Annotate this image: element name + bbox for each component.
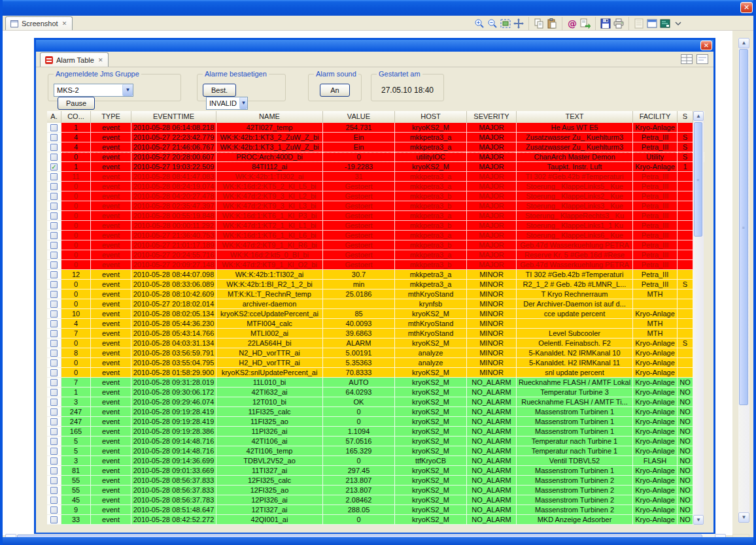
table-scroll-down-icon[interactable]: ▼ [693,515,704,525]
column-header-severity[interactable]: SEVERITY [467,111,517,123]
ack-checkbox[interactable] [50,183,58,190]
alarm-row[interactable]: 4event2010-05-28 05:44:36.230MTFI004_cal… [47,319,704,329]
column-header-count[interactable]: CO... [61,111,91,123]
email-icon[interactable]: @ [566,18,579,29]
ack-checkbox[interactable] [50,506,58,514]
alarm-row[interactable]: 1event2010-05-28 06:14:08.21842TI027_tem… [47,123,704,133]
alarm-row[interactable]: 55event2010-05-28 08:56:37.83312FI325_ca… [47,476,704,486]
ack-checkbox[interactable] [50,134,58,141]
alarm-row[interactable]: 0event2010-05-28 08:33:06.089WK:K:42b:1:… [47,280,704,289]
outer-vertical-thumb[interactable]: ≡ [739,49,748,405]
alarm-row[interactable]: 0event2010-05-28 04:03:31.13422LA564H_bi… [47,339,704,348]
tab-alarm-table-close-icon[interactable]: ✕ [97,57,104,63]
alarm-row[interactable]: 8event2010-05-28 03:56:59.791N2_HD_vorTT… [47,348,704,358]
view-close-button[interactable]: ✕ [700,41,712,50]
alarm-row[interactable]: ✓1event2010-05-27 19:03:22.50984TI112_ai… [47,162,704,172]
alarm-row[interactable]: 165event2010-05-28 09:19:28.38611PI326_a… [47,427,704,437]
alarm-row[interactable]: 11event2010-05-28 08:41:47.083WK:K:42b:1… [47,172,704,182]
column-header-text[interactable]: TEXT [517,111,633,123]
ack-checkbox[interactable] [50,261,58,269]
console-icon[interactable] [659,18,672,29]
table-scrollbar[interactable]: ▲ ≡ ▼ [693,111,704,525]
ack-checkbox[interactable] [50,477,58,484]
copy-icon[interactable] [532,18,545,29]
ack-checkbox[interactable] [50,359,58,367]
column-header-value[interactable]: VALUE [323,111,395,123]
ack-checkbox[interactable] [50,408,58,416]
ack-checkbox[interactable] [50,193,58,200]
alarm-row[interactable]: 7event2010-05-28 09:31:28.01911L010_biAU… [47,378,704,388]
ack-checkbox[interactable] [50,418,58,425]
severity-combo-arrow-icon[interactable]: ▼ [239,97,247,109]
zoom-out-icon[interactable] [486,18,499,29]
ack-checkbox[interactable] [50,252,58,259]
alarm-row[interactable]: 0event2010-05-28 00:55:19.848WK:K:16d:1:… [47,211,704,221]
print-icon[interactable] [612,18,625,29]
form-icon[interactable] [632,18,645,29]
ack-checkbox[interactable] [50,438,58,445]
alarm-row[interactable]: 55event2010-05-28 08:56:37.83312FI325_ao… [47,486,704,495]
tab-screenshot[interactable]: Screenshot ✕ [5,16,73,30]
alarm-row[interactable]: 5event2010-05-28 09:14:48.71642TI106_tem… [47,446,704,456]
tab-alarm-table[interactable]: Alarm Table ✕ [40,52,109,67]
view-titlebar[interactable]: ✕ [36,40,713,52]
alarm-row[interactable]: 5event2010-05-28 09:14:48.71642TI106_ai5… [47,437,704,446]
list-view-icon[interactable] [696,54,708,64]
ack-checkbox[interactable] [50,369,58,376]
ack-checkbox-checked[interactable]: ✓ [50,163,58,171]
export-icon[interactable] [579,18,592,29]
alarm-row[interactable]: 0event2010-05-27 20:28:00.607PROC:Arch:4… [47,152,704,162]
ack-checkbox[interactable] [50,124,58,131]
alarm-row[interactable]: 0event2010-05-28 01:58:29.900kryoKS2:snl… [47,368,704,378]
column-header-eventtime[interactable]: EVENTTIME [131,111,216,123]
ack-checkbox[interactable] [50,291,58,298]
alarm-row[interactable]: 0event2010-05-27 20:24:55.716WK:K:16d:2:… [47,250,704,260]
table-view-icon[interactable] [681,54,693,64]
fit-image-icon[interactable] [499,18,512,29]
table-scroll-up-icon[interactable]: ▲ [693,111,704,121]
pan-icon[interactable] [512,18,525,29]
alarm-row[interactable]: 4event2010-05-27 21:46:06.767WK:K:42b:1:… [47,142,704,152]
column-header-facility[interactable]: FACILITY [633,111,678,123]
outer-scroll-down-icon[interactable]: ▼ [738,512,749,523]
ack-checkbox[interactable] [50,281,58,288]
menu-chevron-icon[interactable] [672,18,685,29]
ack-checkbox[interactable] [50,428,58,435]
alarm-row[interactable]: 7event2010-05-28 05:43:14.766MTLI002_ai3… [47,329,704,339]
pause-button[interactable]: Pause [58,97,95,110]
ack-checkbox[interactable] [50,448,58,455]
ack-checkbox[interactable] [50,173,58,180]
alarm-row[interactable]: 33event2010-05-28 08:42:52.27242QI001_ai… [47,515,704,525]
jms-combo-arrow-icon[interactable]: ▼ [122,84,133,96]
ack-checkbox[interactable] [50,399,58,406]
alarm-row[interactable]: 0event2010-05-28 02:35:47.397WK:K:47d:2:… [47,201,704,211]
ack-checkbox[interactable] [50,212,58,220]
ack-checkbox[interactable] [50,154,58,161]
alarm-row[interactable]: 12event2010-05-28 08:44:07.098WK:K:42b:1… [47,270,704,280]
alarm-row[interactable]: 0event2010-05-28 08:10:42.609MT:K:KL:T_R… [47,289,704,299]
ack-checkbox[interactable] [50,457,58,465]
jms-group-combo[interactable]: MKS-2 ▼ [54,84,133,97]
ack-checkbox[interactable] [50,222,58,229]
ack-checkbox[interactable] [50,301,58,308]
column-header-ack[interactable]: A. [47,111,61,123]
alarm-sound-button[interactable]: An [320,84,350,97]
ack-checkbox[interactable] [50,379,58,386]
window-titlebar[interactable]: ✕ [0,0,756,16]
alarm-row[interactable]: 9event2010-05-28 08:51:48.64712TI327_ai2… [47,505,704,515]
alarm-row[interactable]: 81event2010-05-28 09:01:33.66911TI327_ai… [47,466,704,476]
alarm-row[interactable]: 0event2010-05-27 20:18:02.014archiver-da… [47,299,704,309]
alarm-row[interactable]: 0event2010-05-28 00:00:11.292WK:K:47d:1:… [47,221,704,231]
tab-screenshot-close-icon[interactable]: ✕ [61,20,68,27]
paste-icon[interactable] [545,18,558,29]
column-header-s[interactable]: S [678,111,693,123]
alarm-row[interactable]: 247event2010-05-28 09:19:28.41911FI325_c… [47,407,704,417]
alarm-row[interactable]: 45event2010-05-28 08:56:37.78312PI326_ai… [47,495,704,505]
alarm-row[interactable]: 1event2010-05-28 09:30:06.17242TI632_ai6… [47,388,704,397]
acknowledge-button[interactable]: Best. [203,84,236,97]
ack-checkbox[interactable] [50,467,58,474]
alarm-row[interactable]: 4event2010-05-27 22:23:42.779WK:K:42b:1:… [47,133,704,142]
ack-checkbox[interactable] [50,389,58,396]
column-header-name[interactable]: NAME [216,111,323,123]
ack-checkbox[interactable] [50,242,58,249]
